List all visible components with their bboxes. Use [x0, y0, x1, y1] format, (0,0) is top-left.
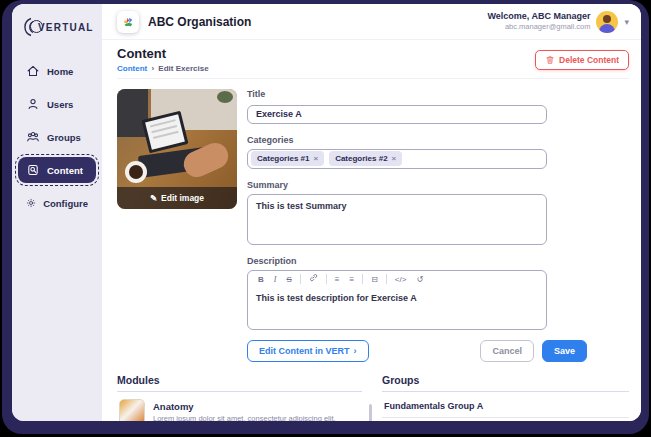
edit-content-in-vert-button[interactable]: Edit Content in VERT ›: [247, 340, 369, 362]
sidebar-item-label: Configure: [43, 198, 88, 209]
summary-textarea[interactable]: This is test Summary: [247, 194, 547, 245]
sidebar-item-configure[interactable]: Configure: [18, 190, 96, 216]
brand-name: VERTUAL: [38, 22, 94, 33]
photo-coffee-cup: [125, 161, 147, 183]
modules-heading: Modules: [117, 374, 362, 392]
brand-logo: VERTUAL: [12, 14, 102, 40]
sidebar-item-groups[interactable]: Groups: [18, 124, 96, 150]
toolbar-divider: [326, 274, 327, 284]
description-textarea[interactable]: This is test description for Exercise A: [248, 288, 546, 329]
title-label: Title: [247, 89, 547, 99]
toolbar-divider: [362, 274, 363, 284]
history-icon[interactable]: ↺: [412, 271, 427, 288]
avatar-head: [603, 15, 611, 23]
account-email: abc.manager@gmail.com: [487, 22, 590, 31]
module-title: Anatomy: [153, 401, 336, 412]
module-thumbnail: [119, 399, 145, 422]
groups-heading: Groups: [382, 374, 629, 392]
description-editor: B I S: [247, 270, 547, 330]
category-chip: Categories #2 ×: [329, 151, 402, 166]
trash-icon: [545, 55, 555, 65]
link-icon[interactable]: [305, 271, 322, 288]
bullet-list-icon[interactable]: ≡: [331, 271, 344, 288]
photo-hand: [180, 139, 233, 181]
welcome-block: Welcome, ABC Manager abc.manager@gmail.c…: [487, 11, 590, 32]
top-header: ABC Organisation Welcome, ABC Manager ab…: [102, 4, 641, 40]
edit-image-button[interactable]: ✎ Edit image: [117, 187, 237, 209]
groups-section: Groups Fundamentals Group A Physics Work…: [382, 374, 629, 422]
cancel-button[interactable]: Cancel: [480, 340, 534, 362]
page-divider: [117, 78, 629, 79]
italic-icon[interactable]: I: [270, 271, 281, 288]
sidebar-item-users[interactable]: Users: [18, 91, 96, 117]
sidebar-item-label: Content: [47, 165, 83, 176]
arrow-right-icon: ›: [354, 346, 357, 356]
home-icon: [26, 64, 40, 78]
form-actions: Edit Content in VERT › Cancel Save: [247, 340, 587, 362]
bold-icon[interactable]: B: [254, 271, 268, 288]
welcome-text: Welcome, ABC Manager: [487, 11, 590, 22]
chip-remove-icon[interactable]: ×: [392, 154, 397, 163]
toolbar-divider: [300, 274, 301, 284]
check-list-icon[interactable]: ⊟: [367, 271, 382, 288]
save-button[interactable]: Save: [542, 340, 587, 362]
sidebar-nav: Home Users Groups: [12, 58, 102, 216]
content-area: Content Content › Edit Exercise Delete C…: [102, 40, 641, 421]
sidebar-item-home[interactable]: Home: [18, 58, 96, 84]
delete-content-button[interactable]: Delete Content: [535, 50, 629, 70]
org-logo-icon: [121, 15, 135, 29]
chip-remove-icon[interactable]: ×: [313, 154, 318, 163]
org-logo: [117, 11, 139, 33]
sidebar-item-label: Home: [47, 66, 73, 77]
delete-content-label: Delete Content: [559, 55, 619, 65]
sidebar: VERTUAL Home Users: [12, 4, 102, 421]
org-name: ABC Organisation: [148, 15, 251, 29]
code-icon[interactable]: </>: [391, 271, 411, 288]
category-chip-label: Categories #1: [257, 154, 309, 163]
edit-content-in-vert-label: Edit Content in VERT: [259, 346, 350, 356]
main-panel: ABC Organisation Welcome, ABC Manager ab…: [102, 4, 641, 421]
sidebar-item-content[interactable]: Content: [18, 157, 96, 183]
module-text: Anatomy Lorem ipsum dolor sit amet, cons…: [153, 401, 336, 422]
app-frame: VERTUAL Home Users: [2, 0, 649, 434]
gear-icon: [26, 196, 36, 210]
module-desc: Lorem ipsum dolor sit amet, consectetur …: [153, 414, 336, 422]
editor-toolbar: B I S: [248, 271, 546, 288]
group-list-item[interactable]: Fundamentals Group A: [382, 392, 629, 418]
modules-scrollbar[interactable]: [369, 404, 372, 422]
app-window: VERTUAL Home Users: [12, 4, 641, 421]
breadcrumb-current: Edit Exercise: [158, 64, 208, 73]
form-fields: Title Categories Categories #1 × Categor…: [247, 89, 547, 330]
module-list-item-anatomy[interactable]: Anatomy Lorem ipsum dolor sit amet, cons…: [117, 392, 362, 422]
account-menu[interactable]: Welcome, ABC Manager abc.manager@gmail.c…: [487, 11, 629, 33]
toolbar-divider: [386, 274, 387, 284]
avatar-body: [599, 24, 615, 33]
photo-laptop-screen: [141, 111, 188, 154]
edit-exercise-form: ✎ Edit image Title Categories Categories…: [117, 89, 629, 330]
photo-plant: [217, 91, 233, 103]
category-chip: Categories #1 ×: [251, 151, 324, 166]
breadcrumb-separator: ›: [151, 64, 154, 73]
avatar[interactable]: [596, 11, 618, 33]
page-head: Content Content › Edit Exercise Delete C…: [117, 46, 629, 73]
summary-label: Summary: [247, 180, 547, 190]
app-stage: VERTUAL Home Users: [0, 0, 651, 437]
sidebar-item-label: Users: [47, 99, 73, 110]
exercise-image: ✎ Edit image: [117, 89, 237, 209]
category-chip-label: Categories #2: [335, 154, 387, 163]
groups-icon: [26, 130, 40, 144]
breadcrumb-root-link[interactable]: Content: [117, 64, 147, 73]
pencil-icon: ✎: [150, 193, 157, 203]
sidebar-item-label: Groups: [47, 132, 81, 143]
brand-ring: [30, 20, 43, 33]
content-icon: [26, 163, 40, 177]
chevron-down-icon[interactable]: ▾: [624, 17, 629, 27]
group-list-item[interactable]: Physics Workbooks Group B: [382, 418, 629, 422]
ordered-list-icon[interactable]: ≡: [345, 271, 358, 288]
categories-input[interactable]: Categories #1 × Categories #2 ×: [247, 149, 547, 169]
description-label: Description: [247, 256, 547, 266]
title-input[interactable]: [247, 105, 547, 124]
categories-label: Categories: [247, 135, 547, 145]
strikethrough-icon[interactable]: S: [282, 271, 295, 288]
user-icon: [26, 97, 40, 111]
